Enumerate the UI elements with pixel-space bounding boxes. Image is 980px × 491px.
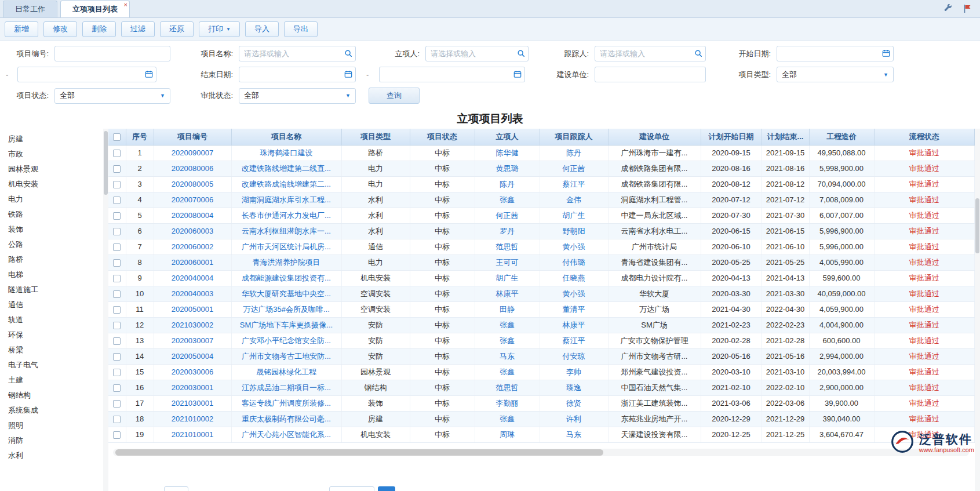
flow-status[interactable]: 审批通过 [909,368,939,376]
cell-link-tracker[interactable]: 胡广生 [563,211,585,220]
column-header[interactable]: 计划结束... [762,129,809,145]
flow-status[interactable]: 审批通过 [909,383,939,392]
edit-button[interactable]: 修改 [43,21,77,37]
flow-status[interactable]: 审批通过 [909,211,939,220]
cell-link-code[interactable]: 2020060001 [172,258,213,267]
start-date-input[interactable] [777,46,894,61]
cell-link-creator[interactable]: 林康平 [496,289,519,298]
sidebar-item[interactable]: 机电安装 [0,177,103,192]
cell-link-code[interactable]: 2020080004 [172,211,213,220]
cell-link-creator[interactable]: 王可可 [496,258,519,267]
cell-link-tracker[interactable]: 许利 [566,414,581,423]
sidebar-item[interactable]: 市政 [0,147,103,162]
cell-link-code[interactable]: 2020090007 [172,148,213,157]
calendar-icon[interactable] [344,70,352,80]
row-checkbox[interactable] [113,243,121,251]
cell-link-creator[interactable]: 黄思璐 [496,164,519,173]
cell-link-tracker[interactable]: 徐贤 [566,399,581,408]
cell-link-creator[interactable]: 田静 [500,305,515,314]
flow-status[interactable]: 审批通过 [909,227,939,235]
pagination-partial-controls[interactable] [329,486,395,491]
import-button[interactable]: 导入 [245,21,279,37]
row-checkbox[interactable] [113,212,121,220]
row-checkbox[interactable] [113,384,121,392]
creator-input[interactable] [425,46,529,61]
cell-link-code[interactable]: 2020080005 [172,180,213,188]
sidebar-item[interactable]: 钢结构 [0,388,103,403]
cell-link-tracker[interactable]: 李帅 [566,368,581,376]
restore-button[interactable]: 还原 [160,21,194,37]
project-code-input[interactable] [54,46,170,61]
cell-link-name[interactable]: 改建铁路线增建第二线直... [242,164,331,173]
column-header[interactable]: 计划开始日期 [701,129,762,145]
cell-link-name[interactable]: 改建铁路成渝线增建第二... [242,180,331,188]
cell-link-code[interactable]: 2020060003 [172,227,213,235]
cell-link-code[interactable]: 2021010001 [172,430,213,439]
flow-status[interactable]: 审批通过 [909,180,939,188]
row-checkbox[interactable] [113,400,121,408]
sidebar-scrollbar[interactable] [103,129,108,491]
sidebar-item[interactable]: 轨道 [0,312,103,328]
calendar-icon[interactable] [882,49,890,59]
cell-link-creator[interactable]: 何正茜 [496,211,519,220]
end-date-input[interactable] [239,67,356,82]
flow-status[interactable]: 审批通过 [909,289,939,298]
cell-link-name[interactable]: 客运专线广州调度所装修... [242,399,331,408]
cell-link-creator[interactable]: 张鑫 [500,368,515,376]
vertical-scrollbar[interactable] [975,129,980,491]
row-checkbox[interactable] [113,228,121,235]
flow-status[interactable]: 审批通过 [909,321,939,329]
cell-link-name[interactable]: 广州天心苑小区智能化系... [242,430,331,439]
column-header[interactable]: 流程状态 [874,129,975,145]
row-checkbox[interactable] [113,431,121,439]
cell-link-name[interactable]: 重庆太极制药有限公司毫... [242,414,331,423]
cell-link-tracker[interactable]: 蔡江平 [563,336,585,345]
cell-link-code[interactable]: 2020050001 [172,305,213,314]
sidebar-item[interactable]: 水利 [0,448,103,463]
cell-link-code[interactable]: 2020040003 [172,289,213,298]
sidebar-item[interactable]: 电子电气 [0,358,103,373]
flag-icon[interactable] [963,4,972,13]
cell-link-creator[interactable]: 范思哲 [496,242,519,251]
pagination-go-button[interactable] [378,486,395,491]
cell-link-tracker[interactable]: 何正茜 [563,164,585,173]
row-checkbox[interactable] [113,337,121,345]
cell-link-creator[interactable]: 张鑫 [500,195,515,204]
flow-status[interactable]: 审批通过 [909,274,939,282]
column-header[interactable]: 项目状态 [410,129,475,145]
row-checkbox[interactable] [113,322,121,329]
cell-link-tracker[interactable]: 野朝阳 [563,227,585,235]
cell-link-name[interactable]: 珠海鹤港口建设 [260,148,313,157]
cell-link-code[interactable]: 2020050004 [172,352,213,361]
cell-link-code[interactable]: 2020030007 [172,336,213,345]
flow-status[interactable]: 审批通过 [909,336,939,345]
cell-link-name[interactable]: 江苏成品油二期项目一标... [242,383,331,392]
print-button[interactable]: 打印▼ [199,21,240,37]
row-checkbox[interactable] [113,275,121,282]
column-header[interactable]: 立项人 [475,129,540,145]
cell-link-creator[interactable]: 罗丹 [500,227,515,235]
cell-link-tracker[interactable]: 臻逸 [566,383,581,392]
column-header[interactable]: 项目类型 [341,129,410,145]
flow-status[interactable]: 审批通过 [909,195,939,204]
start-date-to-input[interactable] [17,67,156,82]
cell-link-name[interactable]: 广安邓小平纪念馆安全防... [242,336,331,345]
select-all-checkbox[interactable] [113,133,121,141]
flow-status[interactable]: 审批通过 [909,305,939,314]
sidebar-item[interactable]: 桥梁 [0,343,103,358]
horizontal-scrollbar[interactable] [113,449,969,456]
search-icon[interactable] [344,49,352,59]
tab-daily-work[interactable]: 日常工作 [3,1,57,17]
sidebar-item[interactable]: 园林景观 [0,162,103,177]
sidebar-item[interactable]: 路桥 [0,252,103,267]
sidebar-item[interactable]: 环保 [0,328,103,343]
flow-status[interactable]: 审批通过 [909,399,939,408]
cell-link-name[interactable]: 万达广场35#会所及咖啡... [243,305,330,314]
flow-status[interactable]: 审批通过 [909,164,939,173]
sidebar-item[interactable]: 土建 [0,373,103,388]
cell-link-code[interactable]: 2020080006 [172,164,213,173]
row-checkbox[interactable] [113,416,121,423]
calendar-icon[interactable] [513,70,522,80]
cell-link-code[interactable]: 2020040004 [172,274,213,282]
cell-link-tracker[interactable]: 蔡江平 [563,180,585,188]
